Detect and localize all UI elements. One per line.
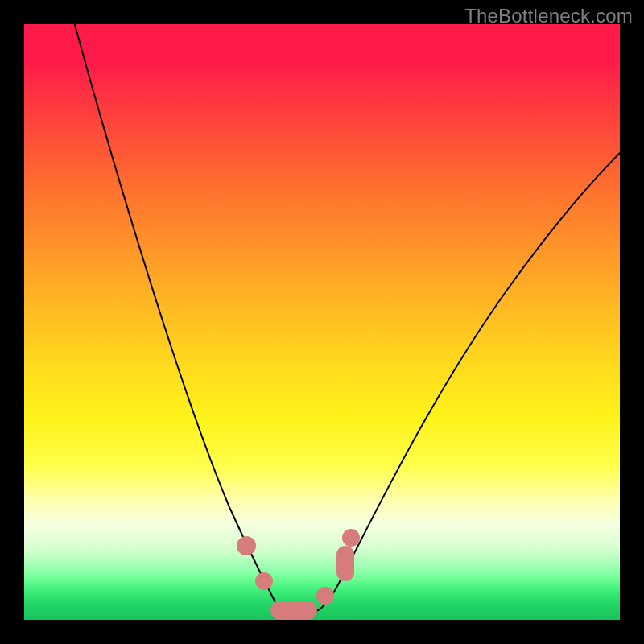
marker-floor-pill — [270, 601, 317, 620]
marker-dot — [255, 572, 273, 590]
marker-right-pill — [336, 546, 354, 581]
bottleneck-curve-left — [72, 24, 288, 612]
chart-frame: TheBottleneck.com — [0, 0, 644, 644]
marker-dot — [316, 587, 334, 605]
marker-dot — [237, 536, 256, 555]
curve-layer — [24, 24, 620, 620]
bottleneck-curve-right — [314, 151, 620, 612]
plot-area — [24, 24, 620, 620]
marker-dot — [342, 529, 360, 547]
